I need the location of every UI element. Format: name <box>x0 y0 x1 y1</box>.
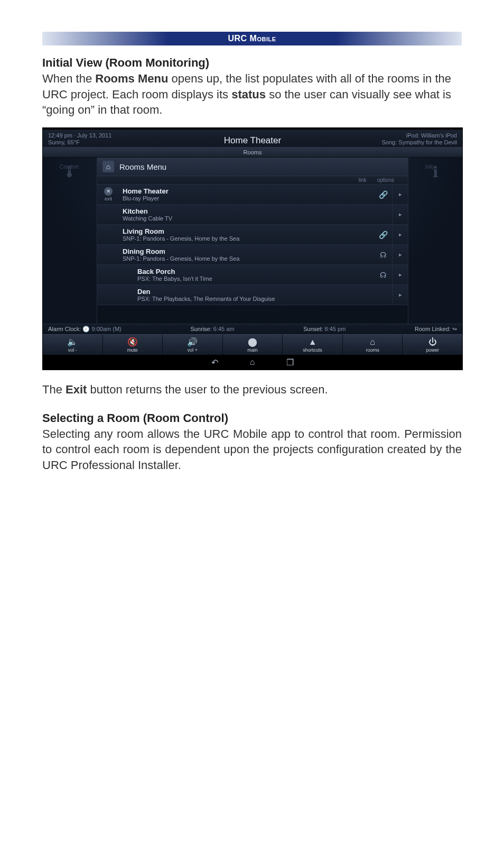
link-icon[interactable]: 🔗 <box>374 231 392 239</box>
shortcuts-icon: ▲ <box>283 338 342 346</box>
room-status: SNP-1: Pandora - Genesis, Home by the Se… <box>123 235 371 242</box>
section1-title: Initial View (Room Monitoring) <box>42 56 462 70</box>
options-chevron-icon[interactable]: ▸ <box>392 265 408 284</box>
link-icon: ☊ <box>374 251 392 259</box>
text: button returns the user to the previous … <box>87 383 328 396</box>
room-status: PSX: The Babys, Isn't it Time <box>137 276 371 282</box>
room-name: Kitchen <box>123 207 371 215</box>
bottombar-power-button[interactable]: ⏻power <box>403 335 462 355</box>
options-chevron-icon[interactable]: ▸ <box>392 285 408 305</box>
room-status: SNP-1: Pandora - Genesis, Home by the Se… <box>123 255 371 262</box>
room-row[interactable]: DenPSX: The Playbacks, The Remnants of Y… <box>97 285 408 305</box>
paragraph-3: Selecting any room allows the URC Mobile… <box>42 426 462 473</box>
link-icon[interactable]: 🔗 <box>374 190 392 199</box>
link-icon: ↬ <box>452 326 457 332</box>
exit-column[interactable]: ✕exit <box>97 187 119 201</box>
bottombar-label: mute <box>103 347 163 353</box>
text-bold: status <box>231 88 266 101</box>
link-icon: ☊ <box>374 271 392 279</box>
bottombar-vol-+-button[interactable]: 🔊vol + <box>163 335 223 355</box>
room-text: Back PorchPSX: The Babys, Isn't it Time <box>134 265 374 284</box>
rooms-icon: ⌂ <box>343 338 403 346</box>
alarm-label: Alarm Clock: <box>48 326 81 332</box>
comfort-label: Comfort <box>60 164 80 170</box>
rooms-menu-header: ⌂ Rooms Menu <box>97 158 408 176</box>
room-text: DenPSX: The Playbacks, The Remnants of Y… <box>134 285 374 305</box>
room-name: Home Theater <box>123 187 371 195</box>
back-icon[interactable]: ↶ <box>211 357 218 368</box>
sunrise-label: Sunrise: <box>190 326 211 332</box>
rooms-menu-panel: ⌂ Rooms Menu link options ✕exitHome Thea… <box>97 158 408 324</box>
room-row[interactable]: Back PorchPSX: The Babys, Isn't it Time☊… <box>97 265 408 285</box>
room-status: PSX: The Playbacks, The Remnants of Your… <box>137 296 371 302</box>
room-name: Dining Room <box>123 247 371 255</box>
room-row[interactable]: Living RoomSNP-1: Pandora - Genesis, Hom… <box>97 225 408 245</box>
bottombar-mute-button[interactable]: 🔇mute <box>103 335 163 355</box>
room-name: Back Porch <box>137 268 371 276</box>
bottombar-label: rooms <box>343 347 403 353</box>
home-icon[interactable]: ⌂ <box>250 357 255 367</box>
house-icon: ⌂ <box>102 161 114 172</box>
linked-label: Room Linked: <box>415 326 451 332</box>
bottombar-label: main <box>223 347 283 353</box>
room-status: Watching Cable TV <box>123 215 371 222</box>
column-headers: link options <box>97 176 408 185</box>
subtab-rooms[interactable]: Rooms <box>43 148 462 158</box>
paragraph-2: The Exit button returns the user to the … <box>42 382 462 398</box>
section2-title: Selecting a Room (Room Control) <box>42 411 462 425</box>
app-topbar: 12:49 pm · July 13, 2011 Sunny, 65°F Hom… <box>43 130 462 148</box>
bottombar-label: power <box>403 347 462 353</box>
options-chevron-icon[interactable]: ▸ <box>392 205 408 224</box>
col-link: link <box>359 177 367 183</box>
options-chevron-icon[interactable]: ▸ <box>392 185 408 204</box>
text: The <box>42 383 66 396</box>
android-navbar: ↶ ⌂ ❐ <box>43 355 462 370</box>
text: When the <box>42 72 95 85</box>
room-text: Living RoomSNP-1: Pandora - Genesis, Hom… <box>119 225 374 244</box>
vol---icon: 🔈 <box>43 338 102 346</box>
room-row[interactable]: KitchenWatching Cable TV▸ <box>97 205 408 225</box>
sunrise-value: 6:45 am <box>213 326 235 332</box>
side-left: 🌡 Comfort <box>43 158 97 324</box>
info-label: Info <box>425 164 445 170</box>
room-text: Home TheaterBlu-ray Player <box>119 185 374 204</box>
close-icon[interactable]: ✕ <box>104 187 113 196</box>
main-icon: ⬤ <box>223 338 283 346</box>
room-status: Blu-ray Player <box>123 195 371 201</box>
bottombar-label: shortcuts <box>283 347 342 353</box>
vol-+-icon: 🔊 <box>163 338 222 346</box>
room-name: Den <box>137 288 371 296</box>
current-room-title: Home Theater <box>43 135 462 146</box>
options-chevron-icon[interactable]: ▸ <box>392 245 408 264</box>
options-chevron-icon[interactable]: ▸ <box>392 225 408 244</box>
paragraph-1: When the Rooms Menu opens up, the list p… <box>42 71 462 118</box>
bottom-bar: 🔈vol -🔇mute🔊vol +⬤main▲shortcuts⌂rooms⏻p… <box>43 334 462 355</box>
rooms-menu-title: Rooms Menu <box>119 162 166 171</box>
exit-label: exit <box>105 196 112 201</box>
mute-icon: 🔇 <box>103 338 163 346</box>
bottombar-label: vol - <box>43 347 102 353</box>
bottombar-vol---button[interactable]: 🔈vol - <box>43 335 103 355</box>
col-options: options <box>377 177 394 183</box>
alarm-value: 9:00am (M) <box>91 326 121 332</box>
doc-header: URC Mobile <box>42 32 462 45</box>
sunset-label: Sunset: <box>303 326 323 332</box>
side-right: ℹ Info <box>408 158 462 324</box>
room-row[interactable]: ✕exitHome TheaterBlu-ray Player🔗▸ <box>97 185 408 205</box>
bottombar-shortcuts-button[interactable]: ▲shortcuts <box>283 335 343 355</box>
status-bar: Alarm Clock: 🕗 9:00am (M) Sunrise: 6:45 … <box>43 324 462 334</box>
app-screenshot: 12:49 pm · July 13, 2011 Sunny, 65°F Hom… <box>42 127 463 370</box>
sunset-value: 8:45 pm <box>325 326 346 332</box>
room-row[interactable]: Dining RoomSNP-1: Pandora - Genesis, Hom… <box>97 245 408 265</box>
room-name: Living Room <box>123 227 371 235</box>
room-text: KitchenWatching Cable TV <box>119 205 374 224</box>
bottombar-label: vol + <box>163 347 222 353</box>
power-icon: ⏻ <box>403 338 462 346</box>
recent-icon[interactable]: ❐ <box>286 357 294 368</box>
bottombar-main-button[interactable]: ⬤main <box>223 335 283 355</box>
bottombar-rooms-button[interactable]: ⌂rooms <box>343 335 403 355</box>
text-bold: Exit <box>66 383 87 396</box>
text-bold: Rooms Menu <box>95 72 168 85</box>
room-text: Dining RoomSNP-1: Pandora - Genesis, Hom… <box>119 245 374 264</box>
